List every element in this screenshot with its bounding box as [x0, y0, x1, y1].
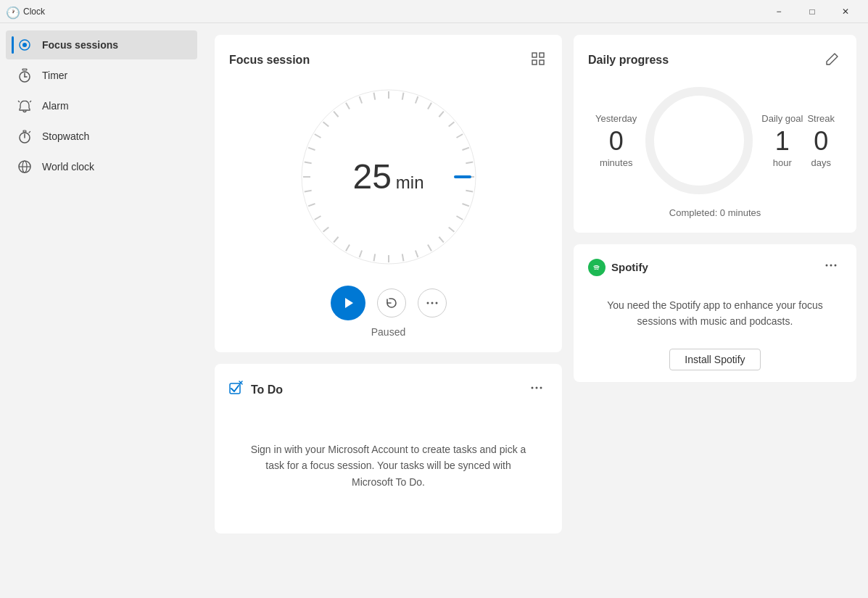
close-button[interactable]: ✕ — [829, 0, 862, 23]
sidebar-item-world-clock[interactable]: World clock — [6, 152, 197, 181]
edit-progress-button[interactable] — [823, 49, 842, 71]
svg-line-33 — [448, 227, 454, 231]
svg-point-64 — [536, 387, 538, 389]
app-container: Focus sessions Timer — [0, 23, 868, 598]
focus-sessions-icon — [17, 38, 32, 52]
svg-line-50 — [314, 134, 321, 138]
minimize-button[interactable]: − — [762, 0, 795, 23]
svg-point-66 — [650, 91, 748, 190]
streak-value: 0 — [807, 128, 835, 154]
yesterday-value: 0 — [595, 128, 637, 154]
svg-line-30 — [466, 191, 473, 192]
svg-line-41 — [346, 245, 350, 252]
svg-line-55 — [373, 93, 375, 100]
app-title: Clock — [23, 7, 45, 17]
yesterday-label: Yesterday — [595, 113, 637, 124]
streak-label: Streak — [807, 113, 835, 124]
clock-dash — [454, 175, 471, 178]
active-indicator — [12, 36, 14, 54]
todo-description: Sign in with your Microsoft Account to c… — [251, 444, 526, 488]
yesterday-unit: minutes — [595, 157, 637, 168]
svg-point-57 — [426, 302, 429, 304]
clock-dial-container: 25 min — [294, 83, 483, 271]
svg-line-6 — [18, 101, 20, 102]
svg-rect-18 — [540, 60, 544, 65]
spotify-body: You need the Spotify app to enhance your… — [588, 290, 842, 337]
spotify-description: You need the Spotify app to enhance your… — [607, 299, 823, 327]
play-button[interactable] — [331, 286, 365, 320]
focus-card-header: Focus session — [229, 49, 547, 71]
more-options-button[interactable] — [418, 288, 447, 317]
svg-line-46 — [304, 191, 311, 192]
svg-line-22 — [415, 96, 417, 103]
svg-line-34 — [439, 237, 443, 243]
alarm-label: Alarm — [42, 100, 69, 112]
window-controls: − □ ✕ — [762, 0, 862, 23]
svg-line-35 — [428, 245, 431, 252]
progress-title: Daily progress — [588, 54, 669, 67]
daily-progress-card: Daily progress Yesterday 0 minutes — [574, 35, 856, 233]
daily-goal-stat: Daily goal 1 hour — [761, 113, 803, 168]
svg-rect-10 — [23, 130, 26, 132]
pause-status: Paused — [371, 326, 405, 338]
svg-line-27 — [462, 148, 468, 150]
svg-line-53 — [346, 103, 350, 109]
todo-card: To Do Sign in with your Microsoft Accoun… — [215, 364, 562, 533]
sidebar-item-focus-sessions[interactable]: Focus sessions — [6, 30, 197, 59]
svg-line-45 — [308, 204, 315, 206]
spotify-header: Spotify — [588, 256, 842, 278]
streak-unit: days — [807, 157, 835, 168]
world-clock-icon — [17, 159, 32, 174]
playback-controls — [331, 286, 447, 320]
focus-session-card: Focus session — [215, 35, 562, 352]
world-clock-label: World clock — [42, 161, 94, 173]
svg-line-54 — [359, 96, 361, 103]
sidebar-item-alarm[interactable]: Alarm — [6, 91, 197, 120]
svg-line-7 — [30, 101, 31, 102]
todo-more-button[interactable] — [526, 378, 547, 401]
spotify-name: Spotify — [611, 261, 648, 273]
completed-text: Completed: 0 minutes — [588, 207, 842, 218]
titlebar: 🕐 Clock − □ ✕ — [0, 0, 868, 23]
stopwatch-icon — [17, 129, 32, 144]
progress-header: Daily progress — [588, 49, 842, 71]
progress-body: Yesterday 0 minutes — [588, 83, 842, 199]
left-column: Focus session — [215, 35, 562, 586]
focus-expand-button[interactable] — [529, 49, 547, 71]
svg-point-65 — [540, 387, 542, 389]
maximize-button[interactable]: □ — [795, 0, 829, 23]
todo-body: Sign in with your Microsoft Account to c… — [229, 412, 547, 519]
spotify-card: Spotify You need the Spotify app to enha… — [574, 244, 856, 382]
todo-card-header: To Do — [229, 378, 547, 401]
svg-line-36 — [415, 250, 417, 257]
svg-line-23 — [428, 103, 431, 109]
svg-line-42 — [334, 237, 338, 243]
reset-button[interactable] — [377, 288, 406, 317]
svg-line-11 — [29, 132, 30, 133]
sidebar: Focus sessions Timer — [0, 23, 203, 598]
install-spotify-button[interactable]: Install Spotify — [669, 349, 760, 370]
svg-line-26 — [456, 134, 463, 138]
svg-line-48 — [304, 162, 311, 164]
spotify-more-button[interactable] — [820, 256, 842, 278]
spotify-logo: Spotify — [588, 259, 648, 276]
svg-line-39 — [373, 254, 375, 261]
svg-line-32 — [456, 216, 463, 220]
alarm-icon — [17, 99, 32, 113]
svg-rect-15 — [532, 53, 537, 57]
daily-goal-label: Daily goal — [761, 113, 803, 124]
sidebar-item-stopwatch[interactable]: Stopwatch — [6, 122, 197, 151]
svg-point-1 — [22, 43, 27, 47]
svg-point-59 — [435, 302, 437, 304]
spotify-icon — [588, 259, 605, 276]
sidebar-item-timer[interactable]: Timer — [6, 61, 197, 90]
svg-line-52 — [334, 112, 338, 117]
yesterday-stat: Yesterday 0 minutes — [595, 113, 637, 168]
svg-line-21 — [402, 93, 403, 100]
svg-point-58 — [431, 302, 433, 304]
todo-check-icon — [229, 381, 244, 399]
clock-minutes: 25 — [352, 159, 391, 194]
svg-line-51 — [323, 122, 328, 126]
focus-session-title: Focus session — [229, 54, 310, 67]
right-column: Daily progress Yesterday 0 minutes — [574, 35, 856, 586]
